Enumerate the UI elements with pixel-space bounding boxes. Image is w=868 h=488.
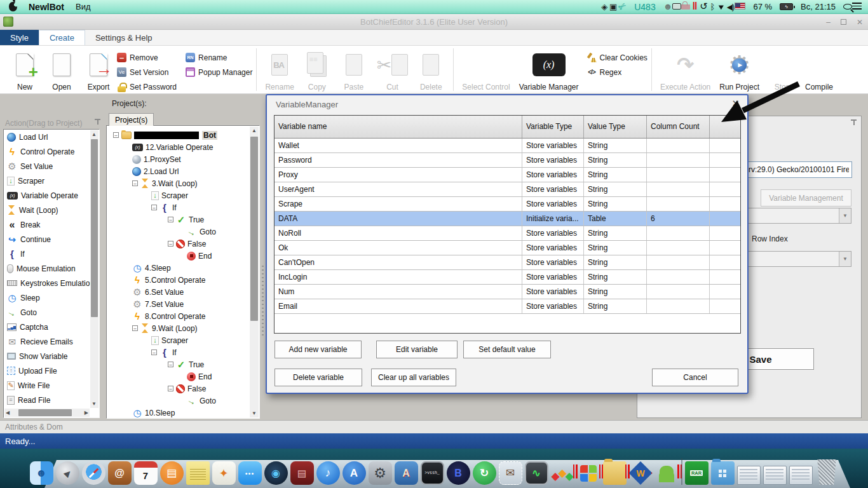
laptop-icon[interactable] [672,3,681,10]
wifi-icon[interactable] [717,2,726,12]
dock-wine-app[interactable] [629,461,653,485]
action-list-item[interactable]: Show Variable [4,349,99,363]
table-row[interactable]: Num Store variables String [275,285,740,299]
dock-system-preferences[interactable] [369,461,392,485]
action-list-item[interactable]: Mouse Emulation [4,261,99,276]
tree-row[interactable]: – Scraper [107,334,259,346]
ribbon-button[interactable]: Cut [372,46,412,93]
tree-row[interactable]: – True [107,358,259,370]
action-list-item[interactable]: Set Value [4,159,99,173]
action-list-item[interactable]: Continue [4,232,99,247]
action-vertical-scrollbar[interactable]: ▲ ▼ [90,130,98,408]
table-row[interactable]: Proxy Store variables String [275,168,740,182]
tree-vertical-scrollbar[interactable]: ▲ ▼ [250,126,259,417]
ribbon-button[interactable]: Delete [412,46,449,93]
dock-font-book[interactable] [395,461,418,485]
tree-row[interactable]: – Bot [107,129,259,141]
ribbon-button[interactable]: Copy [299,46,336,93]
dock-photo-booth[interactable] [290,461,314,485]
scrollbar-thumb[interactable] [18,409,72,416]
ribbon-button[interactable]: New [6,46,43,93]
ribbon-button[interactable]: Export [80,46,117,93]
tree-row[interactable]: – Goto [107,395,259,407]
ribbon-button[interactable]: Rename [261,46,298,93]
scrollbar-thumb[interactable] [250,137,258,321]
tree-row[interactable]: – 4.Sleep [107,262,259,274]
tree-row[interactable]: – End [107,370,259,383]
table-row[interactable]: DATA Initialize varia... Table 6 [275,212,740,226]
action-list-item[interactable]: Read File [4,393,99,407]
dock-divider[interactable] [681,458,682,485]
column-header[interactable]: Variable Type [522,116,584,138]
action-list-item[interactable]: Break [4,217,99,232]
ribbon-button[interactable]: Compile [801,46,837,93]
dock-terminal[interactable]: >vssh_ [421,461,444,485]
scroll-right-icon[interactable]: ▶ [83,410,90,416]
tree-expander-icon[interactable]: – [168,217,173,222]
scroll-left-icon[interactable]: ◀ [4,410,11,416]
delete-variable-button[interactable]: Delete variable [275,369,362,386]
dock-android-app[interactable] [655,461,679,485]
ribbon-button[interactable]: Open [43,46,80,93]
scroll-up-icon[interactable]: ▲ [252,128,257,133]
chevron-down-icon[interactable]: ▼ [839,252,851,266]
menubar-clock[interactable]: Вс, 21:15 [801,2,836,11]
dock-facetime[interactable] [264,461,288,485]
dock-itunes[interactable] [316,461,340,485]
tree-row[interactable]: – 5.Control Operate [107,274,259,286]
ribbon-small-button[interactable]: Remove [117,51,177,64]
table-row[interactable]: Wallet Store variables String [275,139,740,153]
tree-row[interactable]: – Goto [107,226,259,238]
close-button[interactable]: ✕ [857,18,863,27]
tree-row[interactable]: – 9.Wait (Loop) [107,322,259,334]
tree-row[interactable]: – 10.Sleep [107,407,259,419]
dock-messages[interactable] [238,461,262,485]
menu-list-icon[interactable] [852,3,862,10]
action-list-item[interactable]: Captcha [4,320,99,334]
panel-splitter[interactable] [262,266,264,336]
dock-windows-app[interactable] [577,461,600,485]
ribbon-small-button[interactable]: Clear Cookies [587,51,648,64]
dock-launchpad[interactable] [56,461,79,485]
tree-expander-icon[interactable]: – [151,349,157,355]
flag-us-icon[interactable] [735,3,745,10]
add-new-variable-button[interactable]: Add new variable [275,341,362,358]
dock-cubes[interactable] [551,461,574,485]
tree-expander-icon[interactable]: – [168,386,173,391]
tree-row[interactable]: – 2.Load Url [107,165,259,177]
tree-row[interactable]: – If [107,201,259,214]
action-list-item[interactable]: Recieve Emails [4,334,99,349]
dock-file-manager[interactable] [603,461,627,485]
minimize-button[interactable]: – [826,18,831,27]
table-row[interactable]: Scrape Store variables String [275,197,740,212]
table-row[interactable]: Password Store variables String [275,153,740,168]
table-row[interactable]: Can'tOpen Store variables String [275,255,740,270]
tree-row[interactable]: – True [107,214,259,226]
tree-row[interactable]: – 3.Wait (Loop) [107,177,259,189]
table-row[interactable]: Email Store variables String [275,299,740,314]
action-list-item[interactable]: Scraper [4,173,99,188]
tab-settings-help[interactable]: Settings & Help [85,30,163,45]
table-row[interactable]: Ok Store variables String [275,241,740,255]
ribbon-small-button[interactable]: Popup Manager [186,65,252,79]
set-default-value-button[interactable]: Set default value [463,341,551,358]
column-header[interactable]: Variable name [275,116,522,138]
table-row[interactable]: NoRoll Store variables String [275,226,740,241]
dock-installer[interactable] [473,461,496,485]
action-list-item[interactable]: Write File [4,378,99,393]
battery-icon[interactable] [780,3,793,10]
face-icon[interactable] [663,1,673,11]
dock-window-thumb-3[interactable] [789,466,813,485]
dock-calendar[interactable]: 7 [134,461,158,485]
action-list-item[interactable]: Sleep [4,290,99,305]
tree-row[interactable]: – End [107,250,259,262]
dock-window-thumb-1[interactable] [737,466,761,485]
tab-style[interactable]: Style [0,30,39,45]
table-row[interactable]: UserAgent Store variables String [275,182,740,197]
useragent-input[interactable] [745,161,852,178]
tree-expander-icon[interactable]: – [168,362,173,367]
crane-icon[interactable] [618,1,627,11]
column-header[interactable]: Column Count [647,116,710,138]
ribbon-button[interactable]: Execute Action [656,46,715,93]
ribbon-button[interactable]: Paste [336,46,372,93]
